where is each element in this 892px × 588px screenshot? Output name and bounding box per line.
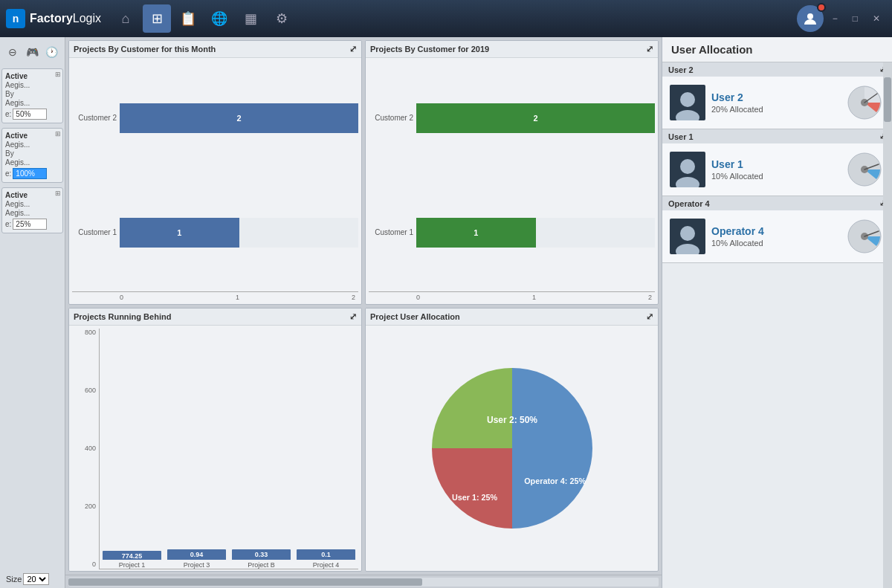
card1-size-input[interactable] [13,109,47,120]
bar-chart-2: Customer 2 2 Customer 1 1 [369,61,655,301]
nav-grid[interactable]: ⊞ [143,4,171,33]
size-control: Size 20 30 50 [1,573,63,585]
horizontal-scrollbar[interactable] [68,578,659,587]
svg-point-11 [680,226,695,241]
sidebar: ⊖ 🎮 🕐 ⊞ Active Aegis... By Aegis... e: ⊞… [0,37,65,588]
size-select[interactable]: 20 30 50 [23,573,49,585]
bar-label-1-1: Customer 1 [72,228,117,236]
chart-panel-2: Projects By Customer for 2019 ⤢ Customer… [365,40,659,305]
bar-label-1-0: Customer 2 [72,114,117,122]
bar-row-1-0: Customer 2 2 [72,103,358,133]
card3-active-label: Active [5,191,59,199]
svg-point-7 [676,177,699,187]
card1-by-label: By [5,90,59,98]
right-panel-scrollbar-track[interactable] [883,62,892,588]
user2-name: User 2 [711,91,838,103]
nav-globe[interactable]: 🌐 [205,4,233,33]
svg-point-2 [676,110,699,120]
main-area: ⊖ 🎮 🕐 ⊞ Active Aegis... By Aegis... e: ⊞… [0,37,892,588]
user2-avatar-svg [672,89,703,120]
user-avatar-icon [803,11,818,26]
user-section-user2: User 2 ⤢ User 2 20% Allocated [662,62,892,129]
sidebar-icon-game[interactable]: 🎮 [24,43,40,61]
bar-row-2-0: Customer 2 2 [369,103,655,133]
user-menu[interactable] [797,5,824,32]
user-section-user1: User 1 ⤢ User 1 10% Allocated [662,129,892,196]
behind-bar-group-3: 0.33 Project B [232,549,291,569]
behind-bar-label-4: Project 4 [313,561,340,569]
close-button[interactable]: ✕ [867,10,886,27]
card2-size-input[interactable] [13,168,47,179]
chart-expand-1[interactable]: ⤢ [349,44,357,54]
card3-by-label: Aegis... [5,209,59,217]
card3-size-input[interactable] [13,219,47,230]
nav-clipboard[interactable]: 📋 [174,4,202,33]
behind-bar-group-1: 774.25 Project 1 [103,551,161,569]
chart-expand-2[interactable]: ⤢ [646,44,653,54]
y-axis-labels: 800 600 400 200 0 [72,329,99,570]
nav-settings[interactable]: ⚙ [268,4,296,33]
nav-home[interactable]: ⌂ [112,4,140,33]
expand-icon-2[interactable]: ⊞ [55,130,61,138]
user1-info: User 1 10% Allocated [711,158,838,181]
operator4-name: Operator 4 [711,225,838,237]
user2-alloc: 20% Allocated [711,105,838,114]
bar-row-2-1: Customer 1 1 [369,218,655,248]
user1-name: User 1 [711,158,838,170]
chart-expand-4[interactable]: ⤢ [646,311,653,322]
behind-bar-group-2: 0.94 Project 3 [167,549,226,569]
expand-icon-1[interactable]: ⊞ [55,71,61,78]
operator4-avatar-svg [672,223,703,254]
card2-by-label: By [5,149,59,158]
chart-title-3: Projects Running Behind [74,312,171,321]
brand-name: FactoryLogix [30,12,101,25]
pie-chart-svg: User 2: 50% User 1: 25% Operator 4: 25% [423,359,601,537]
right-panel-scroll[interactable]: User 2 ⤢ User 2 20% Allocated [662,62,892,588]
sidebar-card-3: ⊞ Active Aegis... Aegis... e: [1,187,63,233]
size-label: Size [6,575,22,584]
card1-size-label: e: [5,110,11,118]
chart-header-1: Projects By Customer for this Month ⤢ [69,41,361,58]
pie-chart-area: User 2: 50% User 1: 25% Operator 4: 25% [369,329,655,569]
chart-header-2: Projects By Customer for 2019 ⤢ [366,41,658,58]
svg-point-0 [807,13,813,19]
behind-bar-group-4: 0.1 Project 4 [297,549,355,569]
chart-expand-3[interactable]: ⤢ [349,311,357,322]
behind-chart: 800 600 400 200 0 774.25 [72,329,358,570]
user1-avatar [670,152,705,187]
bar-fill-2-0: 2 [416,103,655,133]
bottom-bar [65,575,662,588]
right-panel: User Allocation User 2 ⤢ Us [662,37,892,588]
pie-label-operator4: Operator 4: 25% [524,476,586,485]
bar-fill-2-1: 1 [416,218,536,248]
user-allocation-title: User Allocation [662,37,892,62]
operator4-gauge [844,216,885,256]
pie-label-user2: User 2: 50% [486,415,537,425]
behind-bars-container: 774.25 Project 1 0.94 Project 3 0.33 [99,329,358,570]
operator4-avatar [670,219,705,254]
brand-logo: n [6,9,25,28]
brand: n FactoryLogix [6,9,101,28]
user1-gauge-svg [844,149,885,190]
user-section-header-operator4: Operator 4 ⤢ [662,196,892,210]
nav-table[interactable]: ▦ [236,4,265,33]
minimize-button[interactable]: − [827,10,844,27]
user2-avatar [670,85,705,120]
chart-title-2: Projects By Customer for 2019 [370,45,489,54]
bar-label-2-0: Customer 2 [369,114,413,122]
right-panel-scrollbar-thumb[interactable] [884,77,891,122]
user1-gauge [844,149,885,190]
user-section-header-user2: User 2 ⤢ [662,62,892,77]
sidebar-icon-clock[interactable]: 🕐 [44,43,60,61]
card3-size-label: e: [5,220,11,228]
restore-button[interactable]: □ [847,10,864,27]
expand-icon-3[interactable]: ⊞ [55,190,61,197]
sidebar-icon-minus[interactable]: ⊖ [4,43,21,61]
scrollbar-thumb[interactable] [68,578,422,586]
behind-bar-label-3: Project B [248,561,275,569]
behind-bar-2: 0.94 [167,549,226,560]
user1-section-label: User 1 [668,132,694,141]
behind-bar-3: 0.33 [232,549,291,560]
pie-label-user1: User 1: 25% [451,492,497,501]
chart-body-4: User 2: 50% User 1: 25% Operator 4: 25% [366,326,658,572]
